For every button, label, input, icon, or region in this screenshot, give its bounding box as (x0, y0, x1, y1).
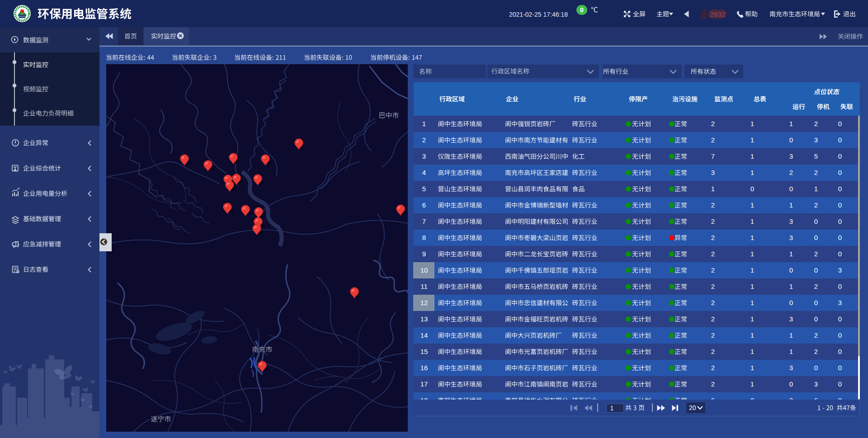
svg-text:2632: 2632 (710, 10, 725, 18)
